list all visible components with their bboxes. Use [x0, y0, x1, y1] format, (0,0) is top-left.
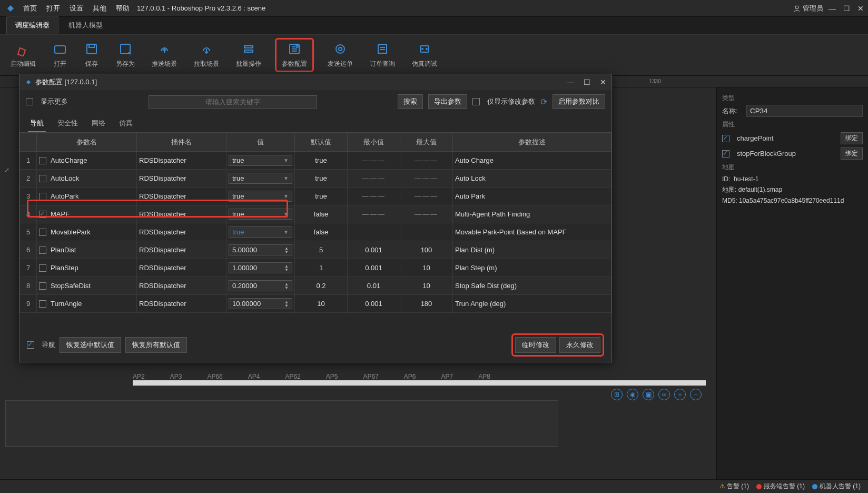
toolbar-pen[interactable]: 启动编辑	[7, 40, 39, 71]
bind-button-2[interactable]: 绑定	[841, 147, 863, 160]
show-more-checkbox[interactable]: 显示更多	[26, 97, 68, 106]
close-button[interactable]: ✕	[857, 4, 864, 13]
minimize-button[interactable]: —	[828, 4, 836, 13]
zoom-out-icon[interactable]: －	[690, 389, 702, 400]
desc-cell: Multi-Agent Path Finding	[453, 205, 611, 223]
param-name-cell: PlanStep	[37, 259, 137, 277]
grid-icon[interactable]: ⊞	[611, 389, 623, 400]
toolbar-cloud-up[interactable]: 推送场景	[149, 40, 180, 71]
reset-all-button[interactable]: 恢复所有默认值	[125, 337, 187, 353]
only-modified-checkbox[interactable]: 仅显示修改参数	[472, 97, 535, 106]
toolbar-param[interactable]: 参数配置	[275, 38, 314, 72]
toolbar-folder[interactable]: 打开	[50, 40, 71, 71]
value-spinner[interactable]: 0.20000▲▼	[229, 280, 292, 291]
fit-icon[interactable]: ▣	[643, 389, 654, 400]
dlgtab-sim[interactable]: 仿真	[117, 115, 135, 132]
refresh-icon[interactable]: ⟳	[540, 97, 547, 107]
row-index: 9	[20, 295, 37, 313]
perm-modify-button[interactable]: 永久修改	[559, 337, 600, 353]
menu-other[interactable]: 其他	[93, 4, 106, 13]
default-cell: true	[295, 170, 348, 188]
toolbar-target[interactable]: 发送运单	[324, 40, 356, 71]
dialog-close[interactable]: ✕	[600, 78, 606, 86]
value-combo[interactable]: true▼	[229, 191, 292, 202]
temp-modify-button[interactable]: 临时修改	[515, 337, 556, 353]
status-warn[interactable]: ⚠ 告警 (1)	[719, 482, 749, 491]
compare-button[interactable]: 启用参数对比	[553, 94, 605, 109]
bind-button-1[interactable]: 绑定	[841, 132, 863, 144]
svg-rect-2	[55, 46, 65, 53]
maximize-button[interactable]: ☐	[843, 4, 850, 13]
desc-cell: Auto Park	[453, 188, 611, 205]
value-combo[interactable]: true▼	[229, 209, 292, 220]
dialog-maximize[interactable]: ☐	[584, 78, 590, 86]
chargepoint-checkbox[interactable]	[722, 135, 729, 142]
row-checkbox[interactable]	[39, 175, 46, 182]
row-checkbox[interactable]	[39, 246, 46, 254]
value-spinner[interactable]: 1.00000▲▼	[229, 262, 292, 273]
tab-robot-model[interactable]: 机器人模型	[60, 16, 112, 34]
toolbar-stack[interactable]: 批量操作	[233, 40, 264, 71]
dlgtab-network[interactable]: 网络	[90, 115, 107, 132]
value-combo[interactable]: true▼	[229, 155, 292, 166]
param-row-stopsafedist[interactable]: 8StopSafeDistRDSDispatcher0.20000▲▼0.20.…	[20, 277, 611, 295]
param-row-turnangle[interactable]: 9TurnAngleRDSDispatcher10.00000▲▼100.001…	[20, 295, 611, 313]
desc-cell: Trun Angle (deg)	[453, 295, 611, 313]
link-icon[interactable]: ∞	[658, 389, 670, 400]
row-checkbox[interactable]	[39, 157, 46, 164]
reset-selected-button[interactable]: 恢复选中默认值	[60, 337, 121, 353]
row-index: 6	[20, 241, 37, 259]
footer-nav-checkbox[interactable]: 导航	[27, 340, 55, 350]
status-info[interactable]: 机器人告警 (1)	[812, 482, 861, 491]
toolbar-sim[interactable]: 仿真调试	[409, 40, 440, 71]
menu-help[interactable]: 帮助	[116, 4, 130, 13]
param-row-movablepark[interactable]: 5MovableParkRDSDispatchertrue▼falseMovab…	[20, 223, 611, 241]
value-spinner[interactable]: 5.00000▲▼	[229, 244, 292, 255]
value-combo[interactable]: true▼	[229, 173, 292, 184]
row-index: 1	[20, 152, 37, 170]
search-input[interactable]	[149, 95, 317, 109]
status-error[interactable]: 服务端告警 (1)	[756, 482, 805, 491]
toolbar-list[interactable]: 订单查询	[367, 40, 398, 71]
left-tool-dock[interactable]: ⤢	[4, 166, 9, 174]
row-checkbox[interactable]	[39, 229, 46, 236]
dlgtab-nav[interactable]: 导航	[28, 115, 46, 132]
row-checkbox[interactable]	[39, 193, 46, 200]
param-row-autocharge[interactable]: 1AutoChargeRDSDispatchertrue▼true——————A…	[20, 152, 611, 170]
search-button[interactable]: 搜索	[398, 94, 423, 109]
param-row-autolock[interactable]: 2AutoLockRDSDispatchertrue▼true——————Aut…	[20, 170, 611, 188]
name-input[interactable]	[746, 105, 863, 117]
user-badge[interactable]: 管理员	[793, 4, 823, 13]
value-spinner[interactable]: 10.00000▲▼	[229, 298, 292, 309]
menu-settings[interactable]: 设置	[70, 4, 83, 13]
ap-label: AP2	[133, 373, 145, 380]
param-row-mapf[interactable]: 4MAPFRDSDispatchertrue▼false——————Multi-…	[20, 205, 611, 223]
toolbar-saveas[interactable]: 另存为	[113, 40, 138, 71]
row-checkbox[interactable]	[39, 282, 46, 290]
toolbar-cloud-down[interactable]: 拉取场景	[191, 40, 222, 71]
export-button[interactable]: 导出参数	[428, 94, 467, 109]
toolbar-save[interactable]: 保存	[81, 40, 102, 71]
chevron-down-icon: ▼	[283, 157, 289, 163]
value-combo[interactable]: true▼	[229, 226, 292, 238]
layers-icon[interactable]: ◉	[627, 389, 638, 400]
dlgtab-safety[interactable]: 安全性	[55, 115, 80, 132]
param-row-planstep[interactable]: 7PlanStepRDSDispatcher1.00000▲▼10.00110P…	[20, 259, 611, 277]
svg-marker-16	[26, 80, 31, 84]
param-row-autopark[interactable]: 3AutoParkRDSDispatchertrue▼true——————Aut…	[20, 188, 611, 205]
toolbar: 启动编辑打开保存另存为推送场景拉取场景批量操作参数配置发送运单订单查询仿真调试	[0, 35, 868, 76]
row-checkbox[interactable]	[39, 264, 46, 272]
bottom-panel[interactable]	[5, 400, 558, 447]
row-checkbox[interactable]	[39, 300, 46, 308]
zoom-in-icon[interactable]: ＋	[674, 389, 686, 400]
col-desc: 参数描述	[453, 133, 611, 152]
tab-scheduler-editor[interactable]: 调度编辑器	[6, 16, 58, 34]
menu-home[interactable]: 首页	[23, 4, 37, 13]
dialog-minimize[interactable]: —	[567, 78, 574, 86]
dialog-titlebar[interactable]: 参数配置 [127.0.0.1] — ☐ ✕	[19, 74, 611, 90]
menu-open[interactable]: 打开	[46, 4, 60, 13]
row-checkbox[interactable]	[39, 211, 46, 218]
param-row-plandist[interactable]: 6PlanDistRDSDispatcher5.00000▲▼50.001100…	[20, 241, 611, 259]
stopforblockgroup-checkbox[interactable]	[722, 150, 729, 157]
plugin-cell: RDSDispatcher	[137, 223, 226, 241]
